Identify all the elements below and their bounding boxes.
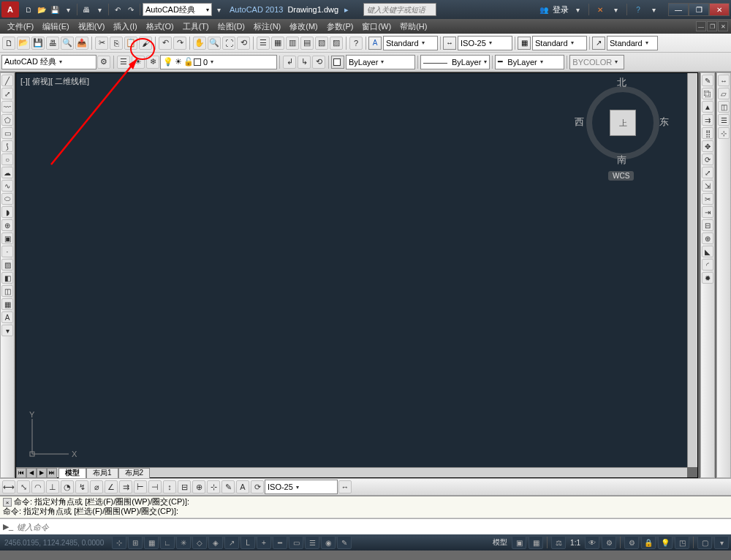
cmd-close-icon[interactable]: × xyxy=(3,498,12,507)
stretch-icon[interactable]: ⇲ xyxy=(702,180,713,192)
point-icon[interactable]: · xyxy=(1,246,13,257)
erase-icon[interactable]: ✎ xyxy=(702,75,713,86)
menu-view[interactable]: 视图(V) xyxy=(74,19,110,34)
sb-sc-icon[interactable]: ◉ xyxy=(321,536,336,549)
dimedit-icon[interactable]: ✎ xyxy=(221,480,235,493)
layer-iso-icon[interactable]: ❄ xyxy=(146,56,159,69)
workspace-combo[interactable]: AutoCAD 经典 xyxy=(1,55,96,69)
dimjog-icon[interactable]: ↯ xyxy=(75,480,88,493)
doc-restore-button[interactable]: ❐ xyxy=(707,21,717,31)
copy2-icon[interactable]: ⿻ xyxy=(702,88,713,99)
pan-icon[interactable]: ✋ xyxy=(193,37,206,50)
qat-new-icon[interactable]: 🗋 xyxy=(23,4,34,15)
sb-ws-icon[interactable]: ⚙ xyxy=(624,536,639,549)
extend-icon[interactable]: ⇥ xyxy=(702,206,713,218)
sb-quickview-icon[interactable]: ▣ xyxy=(512,536,526,549)
qat-save-icon[interactable]: 💾 xyxy=(49,4,61,15)
dimbase-icon[interactable]: ⊢ xyxy=(134,480,147,493)
scale-icon[interactable]: ⤢ xyxy=(702,167,713,178)
qdim-icon[interactable]: ⇉ xyxy=(119,480,132,493)
hatch-icon[interactable]: ▨ xyxy=(1,259,13,270)
menu-edit[interactable]: 编辑(E) xyxy=(38,19,74,34)
drawing-canvas[interactable]: [-][ 俯视][ 二维线框] Y X 上 北 南 西 东 WCS xyxy=(16,73,687,467)
sb-3dosnap-icon[interactable]: ◈ xyxy=(208,536,223,549)
sb-dyn-icon[interactable]: + xyxy=(257,536,271,549)
break-icon[interactable]: ⊟ xyxy=(702,219,713,231)
dimstyle-icon[interactable]: ↔ xyxy=(443,37,456,50)
textstyle-icon[interactable]: A xyxy=(368,37,382,50)
window-minimize-button[interactable]: — xyxy=(668,3,689,16)
sb-annoauto-icon[interactable]: ⚙ xyxy=(602,536,616,549)
menu-draw[interactable]: 绘图(D) xyxy=(213,19,249,34)
offset-icon[interactable]: ⇉ xyxy=(702,114,713,126)
sb-osnap-icon[interactable]: ◇ xyxy=(192,536,207,549)
dimcont-icon[interactable]: ⊣ xyxy=(148,480,162,493)
sb-annoscale-icon[interactable]: ⚖ xyxy=(551,536,566,549)
tolerance-icon[interactable]: ⊕ xyxy=(192,480,205,493)
dimrad-icon[interactable]: ◔ xyxy=(61,480,74,493)
mirror-icon[interactable]: ▲ xyxy=(702,101,713,113)
textstyle-dropdown[interactable]: Standard xyxy=(383,36,438,50)
sb-lwt-icon[interactable]: ━ xyxy=(273,536,287,549)
menu-modify[interactable]: 修改(M) xyxy=(285,19,322,34)
qat-redo-icon[interactable]: ↷ xyxy=(125,4,137,15)
menu-dimension[interactable]: 标注(N) xyxy=(249,19,285,34)
spline-icon[interactable]: ∿ xyxy=(1,180,13,192)
sb-ducs-icon[interactable]: L xyxy=(240,536,255,549)
open-icon[interactable]: 📂 xyxy=(17,37,30,50)
layer-props-icon[interactable]: ☰ xyxy=(117,56,130,69)
chamfer-icon[interactable]: ◣ xyxy=(702,246,713,257)
menu-tools[interactable]: 工具(T) xyxy=(178,19,213,34)
dist-icon[interactable]: ↔ xyxy=(718,75,730,86)
menu-parametric[interactable]: 参数(P) xyxy=(322,19,358,34)
menu-format[interactable]: 格式(O) xyxy=(142,19,178,34)
dimlinear-icon[interactable]: ⟷ xyxy=(2,480,15,493)
linetype-dropdown[interactable]: ———ByLayer xyxy=(420,55,490,69)
gradient-icon[interactable]: ◧ xyxy=(1,272,13,284)
window-maximize-button[interactable]: ❐ xyxy=(689,3,709,16)
sb-grid-icon[interactable]: ▦ xyxy=(144,536,159,549)
sb-qp-icon[interactable]: ☰ xyxy=(305,536,319,549)
command-line[interactable]: ▶_ xyxy=(0,518,731,534)
save-icon[interactable]: 💾 xyxy=(31,37,45,50)
tab-prev-icon[interactable]: ◀ xyxy=(26,468,37,478)
polygon-icon[interactable]: ⬠ xyxy=(1,114,13,126)
workspace-dropdown[interactable]: AutoCAD经典 xyxy=(143,3,212,16)
area-icon[interactable]: ▱ xyxy=(718,88,730,99)
window-close-button[interactable]: ✕ xyxy=(709,3,730,16)
dimstyle-dropdown[interactable]: ISO-25 xyxy=(458,36,512,50)
sb-otrack-icon[interactable]: ↗ xyxy=(224,536,239,549)
makecurrent-icon[interactable]: ↲ xyxy=(283,56,296,69)
dimtedit-icon[interactable]: A xyxy=(236,480,249,493)
qat-plot-icon[interactable]: 🖶 xyxy=(80,4,92,15)
plot-icon[interactable]: 🖶 xyxy=(46,37,59,50)
dimupdate-icon[interactable]: ⟳ xyxy=(251,480,264,493)
mtext-icon[interactable]: A xyxy=(1,311,13,323)
tab-last-icon[interactable]: ⏭ xyxy=(47,468,57,478)
publish-icon[interactable]: 📤 xyxy=(75,37,88,50)
dimstyle-btn-icon[interactable]: ↔ xyxy=(338,480,352,493)
sb-iso-icon[interactable]: ◳ xyxy=(675,536,689,549)
layerprev-icon[interactable]: ⟲ xyxy=(312,56,325,69)
sb-model-label[interactable]: 模型 xyxy=(490,537,510,548)
dimstyle2-dropdown[interactable]: ISO-25 xyxy=(265,480,338,494)
centermark-icon[interactable]: ⊹ xyxy=(207,480,220,493)
sb-ortho-icon[interactable]: ∟ xyxy=(160,536,175,549)
menu-window[interactable]: 窗口(W) xyxy=(357,19,395,34)
undo-icon[interactable]: ↶ xyxy=(159,37,172,50)
tab-layout2[interactable]: 布局2 xyxy=(118,468,151,478)
exchange-icon[interactable]: ✕ xyxy=(594,4,606,15)
zoom-win-icon[interactable]: ⛶ xyxy=(222,37,235,50)
doc-minimize-button[interactable]: — xyxy=(696,21,706,31)
tablestyle-dropdown[interactable]: Standard xyxy=(532,36,587,50)
explode-icon[interactable]: ✹ xyxy=(702,272,713,284)
circle-icon[interactable]: ○ xyxy=(1,154,13,165)
command-input[interactable] xyxy=(17,523,729,531)
tab-model[interactable]: 模型 xyxy=(58,468,86,478)
sb-am-icon[interactable]: ✎ xyxy=(337,536,352,549)
trim-icon[interactable]: ✂ xyxy=(702,193,713,205)
app-icon[interactable]: A xyxy=(1,1,19,18)
tab-first-icon[interactable]: ⏮ xyxy=(16,468,26,478)
region-icon[interactable]: ◫ xyxy=(1,285,13,297)
qat-saveas-icon[interactable]: ▾ xyxy=(62,4,74,15)
